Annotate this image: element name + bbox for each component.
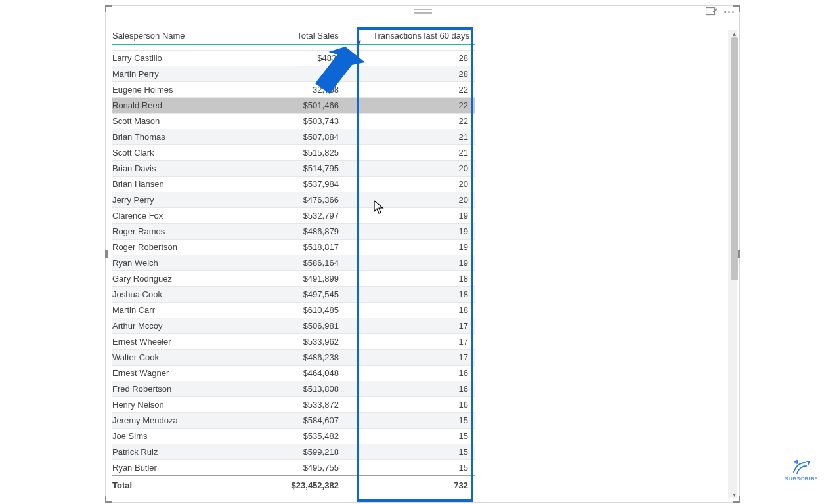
cell-name: Ernest Wagner [112, 366, 267, 381]
cell-transactions: 21 [344, 145, 475, 161]
table-row[interactable]: Scott Mason$503,74322 [112, 114, 475, 129]
table-row[interactable]: Fred Robertson$513,80816 [112, 381, 475, 397]
cell-name: Ryan Butler [112, 460, 267, 476]
subscribe-badge[interactable]: SUBSCRIBE [785, 460, 818, 482]
more-options-icon[interactable] [724, 11, 734, 13]
cell-name: Arthur Mccoy [112, 318, 267, 334]
cell-transactions: 15 [344, 429, 475, 444]
table-row[interactable]: Roger Ramos$486,87919 [112, 224, 475, 240]
cell-transactions: 18 [344, 271, 475, 287]
table-row[interactable]: Clarence Fox$532,79719 [112, 208, 475, 224]
table-row[interactable]: Eugene Holmes32,76822 [112, 82, 475, 98]
table-header-row: Salesperson Name Total Sales Transaction… [112, 27, 475, 51]
cell-name: Martin Perry [112, 66, 267, 82]
cell-sales: $584,607 [267, 413, 344, 429]
cell-name: Scott Clark [112, 145, 267, 161]
table-row[interactable]: Arthur Mccoy$506,98117 [112, 318, 475, 334]
cell-transactions: 16 [344, 381, 475, 397]
visual-drag-handle[interactable] [414, 9, 432, 14]
scroll-up-button[interactable]: ▴ [730, 30, 738, 37]
cell-name: Fred Robertson [112, 381, 267, 397]
table-row[interactable]: Jeremy Mendoza$584,60715 [112, 413, 475, 429]
col-header-transactions[interactable]: Transactions last 60 days [344, 27, 475, 51]
cell-sales: $464,048 [267, 366, 344, 381]
cell-name: Henry Nelson [112, 397, 267, 413]
table-row[interactable]: Brian Davis$514,79520 [112, 161, 475, 177]
cell-name: Brian Hansen [112, 177, 267, 192]
table-row[interactable]: Martin Carr$610,48518 [112, 303, 475, 318]
cell-sales: $501,466 [267, 98, 344, 114]
cell-sales: $599,218 [267, 444, 344, 460]
cell-name: Jerry Perry [112, 192, 267, 208]
table-row[interactable]: Martin Perry2728 [112, 66, 475, 82]
table-row[interactable]: Patrick Ruiz$599,21815 [112, 444, 475, 460]
cell-name: Ryan Welch [112, 255, 267, 271]
cell-name: Larry Castillo [112, 51, 267, 66]
cell-sales: $495,755 [267, 460, 344, 476]
cell-name: Martin Carr [112, 303, 267, 318]
cell-sales: $532,797 [267, 208, 344, 224]
cell-transactions: 22 [344, 98, 475, 114]
cell-transactions: 17 [344, 350, 475, 366]
vertical-scrollbar-thumb[interactable] [731, 37, 738, 280]
cell-transactions: 15 [344, 413, 475, 429]
cell-transactions: 16 [344, 397, 475, 413]
col-header-sales[interactable]: Total Sales [267, 27, 344, 51]
cell-transactions: 21 [344, 129, 475, 145]
table-row[interactable]: Larry Castillo$483,28 [112, 51, 475, 66]
cell-sales: 32,768 [267, 82, 344, 98]
cell-transactions: 15 [344, 460, 475, 476]
table-row[interactable]: Ernest Wheeler$533,96217 [112, 334, 475, 350]
cell-name: Ernest Wheeler [112, 334, 267, 350]
cell-sales: $486,879 [267, 224, 344, 240]
total-transactions: 732 [344, 476, 475, 494]
cell-transactions: 20 [344, 192, 475, 208]
table-row[interactable]: Scott Clark$515,82521 [112, 145, 475, 161]
cell-transactions: 17 [344, 318, 475, 334]
table-row[interactable]: Brian Thomas$507,88421 [112, 129, 475, 145]
table-visual-frame[interactable]: ▴ ▾ Salesperson Name Total Sales Transac… [105, 5, 740, 503]
cell-transactions: 16 [344, 366, 475, 381]
cell-sales: $483, [267, 51, 344, 66]
table-row[interactable]: Henry Nelson$533,87216 [112, 397, 475, 413]
table-row[interactable]: Ryan Butler$495,75515 [112, 460, 475, 476]
cell-sales: $486,238 [267, 350, 344, 366]
focus-mode-icon[interactable] [706, 7, 718, 17]
cell-name: Brian Davis [112, 161, 267, 177]
table-row[interactable]: Walter Cook$486,23817 [112, 350, 475, 366]
table-row[interactable]: Joe Sims$535,48215 [112, 429, 475, 444]
cell-name: Clarence Fox [112, 208, 267, 224]
scroll-down-button[interactable]: ▾ [730, 490, 738, 498]
cell-name: Patrick Ruiz [112, 444, 267, 460]
sales-table: Salesperson Name Total Sales Transaction… [112, 27, 475, 494]
table-row[interactable]: Jerry Perry$476,36620 [112, 192, 475, 208]
cell-transactions: 18 [344, 287, 475, 303]
table-row[interactable]: Joshua Cook$497,54518 [112, 287, 475, 303]
table-row[interactable]: Gary Rodriguez$491,89918 [112, 271, 475, 287]
cell-sales: $535,482 [267, 429, 344, 444]
cell-transactions: 19 [344, 208, 475, 224]
cell-transactions: 20 [344, 161, 475, 177]
cell-transactions: 19 [344, 240, 475, 255]
subscribe-label: SUBSCRIBE [785, 476, 818, 482]
cell-name: Walter Cook [112, 350, 267, 366]
col-header-name[interactable]: Salesperson Name [112, 27, 267, 51]
table-row[interactable]: Ryan Welch$586,16419 [112, 255, 475, 271]
table-row[interactable]: Roger Robertson$518,81719 [112, 240, 475, 255]
cell-sales: $518,817 [267, 240, 344, 255]
sort-descending-icon: ▼ [357, 39, 362, 45]
cell-transactions: 28 [344, 66, 475, 82]
cell-sales: $503,743 [267, 114, 344, 129]
cell-sales: $537,984 [267, 177, 344, 192]
cell-transactions: 20 [344, 177, 475, 192]
cell-transactions: 22 [344, 82, 475, 98]
table-total-row: Total $23,452,382 732 [112, 476, 475, 494]
table-row[interactable]: Ernest Wagner$464,04816 [112, 366, 475, 381]
table-row[interactable]: Brian Hansen$537,98420 [112, 177, 475, 192]
cell-name: Joe Sims [112, 429, 267, 444]
cell-sales: $507,884 [267, 129, 344, 145]
cell-sales: $476,366 [267, 192, 344, 208]
cell-sales: $533,872 [267, 397, 344, 413]
total-sales: $23,452,382 [267, 476, 344, 494]
table-row[interactable]: Ronald Reed$501,46622 [112, 98, 475, 114]
